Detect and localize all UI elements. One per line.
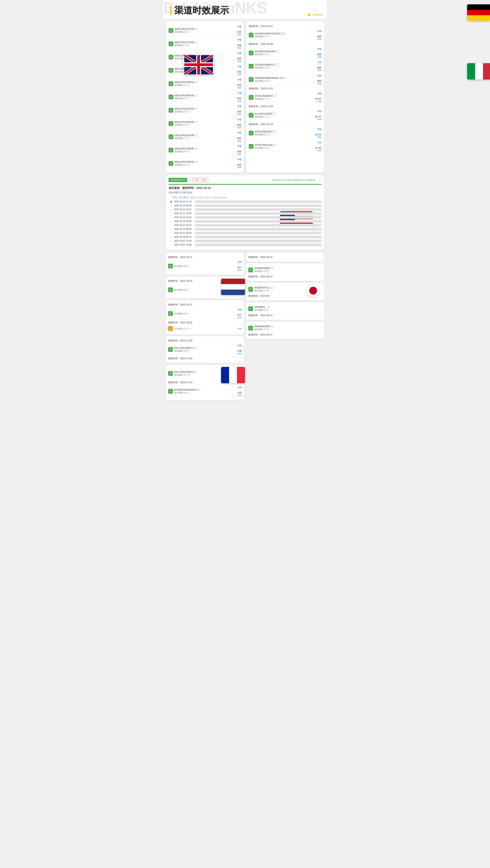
track-number: 5P34C30838354 [255,95,314,97]
timeline-desc [195,204,321,207]
copy-icon[interactable] [271,325,273,328]
track-status: 成功签收 (4 天) [254,270,322,273]
check-badge [249,77,254,82]
timeline-dot [170,224,172,226]
check-badge [168,287,173,292]
timeline-date: 2022-10-07 15:58 [174,244,193,246]
track-route: 中国 → 英国 YDH [237,132,241,142]
timeline-item: 2022-10-12 22:34 [170,216,321,219]
check-badge [249,131,254,135]
track-status: 成功签收 (5 天) [175,110,236,113]
uk-track-list: MQ413922517GB 成功签收 (6 天) 中国 → 英国 YDH MQ4… [169,24,241,170]
track-row: 9C16691518032 成功签收 (7 天) 未知 → 意大利 YDH [249,109,321,122]
track-row: MQ413910553GB 成功签收 (7 天) 中国 → 英国 YDH [169,130,241,144]
copy-icon[interactable] [195,134,197,136]
check-badge [168,389,173,394]
track-status: 成功签收 (7 天) [255,115,314,118]
timeline-dot [170,232,172,234]
copy-icon[interactable] [195,28,197,30]
timeline-dot [170,201,172,203]
check-badge [169,81,173,86]
track-route: YDH [238,328,242,330]
timeline-item: 2022-10-14 17:18 [170,200,321,203]
track-route: 中国 → 英国 YDH [237,38,241,49]
sign-time: 签收时间：2022-08-19 [248,255,322,259]
copy-icon[interactable] [195,107,197,110]
france-card-2: 6G572601265815 成功签收 (10 天) 未知 → 法国 YDH 签… [166,365,244,400]
copy-icon[interactable] [198,389,200,391]
sign-time-fr: 签收时间：2022-11-08 [168,356,242,361]
timeline-dot [170,209,172,211]
timeline-desc [195,232,321,235]
track-info: MQ413914379GB 成功签收 (5 天) [175,107,236,113]
timeline-dot [170,236,172,238]
copy-icon[interactable] [276,64,278,66]
copy-icon[interactable] [194,347,196,349]
copy-icon[interactable] [283,32,286,35]
detail-more-icon[interactable]: ⋮ [318,178,321,182]
copy-icon[interactable] [271,267,273,269]
copy-icon[interactable] [273,113,275,115]
track-route: 未知 → 意大利 YDH [315,110,321,121]
timeline-desc [195,200,321,203]
copy-icon[interactable] [271,286,273,289]
check-badge [168,311,173,316]
copy-icon[interactable] [195,41,197,43]
nl-track-row: 成功签收 (8 天) 未知 → 荷兰 YDH [168,259,242,273]
timeline-item: 2022-10-12 23:44 [170,212,321,215]
copy-icon[interactable] [268,306,270,308]
copy-icon[interactable] [195,94,197,96]
track-status: 成功签收 (7 天) [175,137,236,140]
track-row: 5P34C30838354 成功签收 (7 天) 未知 → 意大利 YDH [249,91,321,104]
detail-carrier: YDH · 官无电话 [172,196,188,199]
nl-fail-row: 从切失收 (10 大) YDH [168,325,242,332]
check-badge [248,326,253,331]
copy-icon[interactable] [195,161,197,163]
track-row: MQ413922786GB 成功签收 (7 天) 中国 → 英国 YDH [169,77,241,90]
copy-icon[interactable] [194,371,196,373]
track-status: 成功签收 (5 天) [254,309,322,312]
track-row: MQ413914379GB 成功签收 (5 天) 中国 → 英国 YDH [169,104,241,117]
timeline-desc [195,228,321,230]
check-badge [169,95,173,99]
check-badge [249,51,254,55]
track-info: H10008109664458 成功签收 (9 天) [255,50,316,56]
track-status: 成功签收 (8 天) [175,150,236,153]
sign-time: 签收时间：2022-10-15 [168,302,242,307]
timeline-date: 2022-10-12 00:03 [174,228,193,230]
de-it-tracking-card: 签收时间：2022-10-07 H100081096641350201 2 成功… [246,21,324,173]
track-status: 成功签收 (8 天) [174,265,236,268]
check-badge [169,41,173,46]
track-route: 中国 → 英国 YDH [237,25,241,36]
copy-icon[interactable] [274,144,276,146]
copy-icon[interactable] [274,130,276,133]
track-status: 成功签收 (8 天) [255,80,316,83]
page-title: 渠道时效展示 [174,4,229,17]
de-it-track-list: 签收时间：2022-10-07 H100081096641350201 2 成功… [249,24,321,153]
au-card-3: 35508903... 成功签收 (5 天) 签收时间：2022-08-12 [246,302,324,320]
copy-icon[interactable] [283,77,286,79]
track-info: 成功签收 (6 天) [174,312,236,315]
sign-time: 签收时间：2022-08-14 [248,274,322,279]
copy-icon[interactable] [274,95,276,97]
nl-card-3: 签收时间：2022-10-15 成功签收 (6 天) 未知 → 荷兰 YDH 签… [166,300,244,335]
copy-icon[interactable] [195,148,197,150]
track-info: 355089448092 成功签收 (4 天) [254,267,322,273]
detail-note: 您的包裹已经成功签收。 [169,191,321,194]
timeline-date: 2022-10-12 15:24 [174,224,193,226]
copy-icon[interactable] [276,50,278,53]
sign-time: 签收时间：2022-10-08 [249,42,321,46]
nl-flag [221,279,245,295]
check-badge [248,268,253,272]
track-row: 5P34C30823167 成功签收 (6 天) 未知 → 意大利 YDH [249,127,321,140]
track-info: 35508903... 成功签收 (5 天) [254,306,322,312]
track-number: 9C16691518032 [255,113,314,115]
copy-icon[interactable] [195,81,197,83]
track-status: 成功签收 (6 天) [175,163,236,166]
track-info: H10008109662471 成功签收 (9 天) [255,63,316,69]
track-status: 成功签收 (6 天) [174,312,236,315]
track-info: MQ413937539GB 成功签收 (6 天) [175,161,236,166]
copy-icon[interactable] [195,121,197,123]
copy-icon-detail[interactable]: ⧉ [189,179,191,181]
au-card-4: 355088956902 成功签收 (3 天) 签收时间：2022-08-11 [246,321,324,339]
